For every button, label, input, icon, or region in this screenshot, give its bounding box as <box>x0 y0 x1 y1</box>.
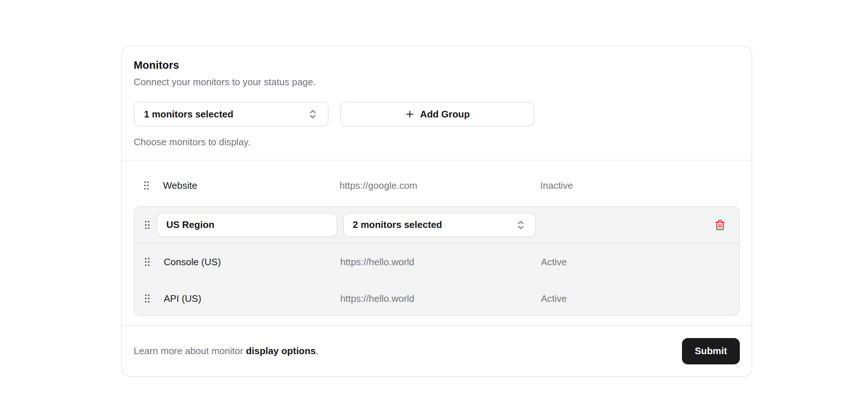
monitors-card: Monitors Connect your monitors to your s… <box>121 46 752 377</box>
controls-row: 1 monitors selected Add Group <box>134 102 740 127</box>
trash-icon <box>715 220 726 230</box>
learn-more-prefix: Learn more about monitor <box>134 345 246 356</box>
monitor-status: Inactive <box>540 180 740 191</box>
card-footer: Learn more about monitor display options… <box>122 325 752 376</box>
delete-group-button[interactable] <box>711 216 729 234</box>
submit-button[interactable]: Submit <box>682 338 740 364</box>
group-header-row: 2 monitors selected <box>134 207 739 243</box>
monitor-row: API (US) https://hello.world Active <box>134 280 739 316</box>
add-group-button[interactable]: Add Group <box>340 102 534 127</box>
group-name-input[interactable] <box>157 213 337 237</box>
monitor-list: Website https://google.com Inactive 2 mo… <box>122 160 752 316</box>
learn-more-text: Learn more about monitor display options… <box>134 345 318 357</box>
grip-vertical-icon[interactable] <box>144 220 150 230</box>
grip-vertical-icon[interactable] <box>144 257 150 267</box>
group-monitors-select-value: 2 monitors selected <box>353 219 442 230</box>
monitor-row: Website https://google.com Inactive <box>134 168 740 203</box>
page-title: Monitors <box>134 59 740 72</box>
monitor-url: https://google.com <box>340 180 540 191</box>
add-group-label: Add Group <box>420 109 470 120</box>
monitor-group: 2 monitors selected Console (US) https:/… <box>134 206 740 316</box>
monitor-url: https://hello.world <box>340 256 541 268</box>
monitors-select[interactable]: 1 monitors selected <box>134 102 329 127</box>
monitor-name: Console (US) <box>164 256 340 268</box>
display-options-link[interactable]: display options <box>246 345 316 356</box>
group-monitors-select[interactable]: 2 monitors selected <box>343 213 536 237</box>
learn-more-suffix: . <box>316 345 318 356</box>
monitors-select-value: 1 monitors selected <box>144 109 233 120</box>
monitor-status: Active <box>541 256 739 268</box>
plus-icon <box>405 109 415 119</box>
monitor-row: Console (US) https://hello.world Active <box>134 244 739 280</box>
monitor-name: API (US) <box>164 293 340 304</box>
helper-text: Choose monitors to display. <box>134 136 740 148</box>
monitor-name: Website <box>163 180 340 191</box>
grip-vertical-icon[interactable] <box>144 181 149 190</box>
card-subtitle: Connect your monitors to your status pag… <box>134 76 740 88</box>
chevrons-up-down-icon <box>515 220 526 230</box>
card-header: Monitors Connect your monitors to your s… <box>122 46 752 148</box>
monitor-status: Active <box>541 293 739 304</box>
chevrons-up-down-icon <box>307 109 318 120</box>
grip-vertical-icon[interactable] <box>144 294 150 303</box>
monitor-url: https://hello.world <box>340 293 541 304</box>
group-children: Console (US) https://hello.world Active … <box>134 243 739 316</box>
